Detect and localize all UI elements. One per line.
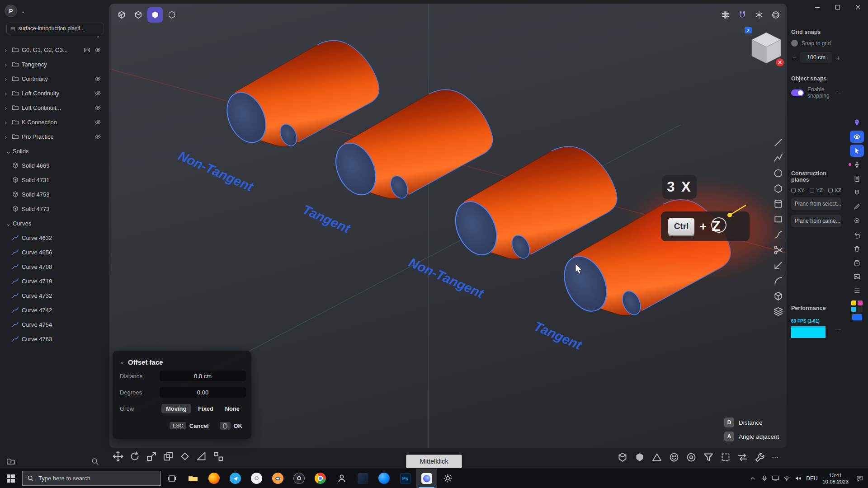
solid-shape[interactable] xyxy=(220,41,379,149)
dimension-tool-icon[interactable] xyxy=(773,260,783,271)
visibility-cell[interactable] xyxy=(846,130,868,144)
browser-blue-icon[interactable] xyxy=(373,469,395,488)
obs-icon[interactable] xyxy=(288,469,310,488)
people-icon[interactable] xyxy=(331,469,352,488)
chevron-right-icon[interactable]: › xyxy=(5,133,9,140)
performance-more-icon[interactable]: ⋯ xyxy=(835,326,841,333)
rendered-mode-button[interactable] xyxy=(147,7,163,23)
sidebar-group-loft-continuity-2[interactable]: › Loft Continuit... xyxy=(0,100,108,115)
new-folder-icon[interactable] xyxy=(6,457,15,466)
language-indicator[interactable]: DEU xyxy=(804,475,820,482)
blender-icon[interactable] xyxy=(267,469,288,488)
microphone-icon[interactable] xyxy=(759,469,770,488)
chevron-right-icon[interactable]: › xyxy=(5,90,9,97)
plane-from-camera-button[interactable]: Plane from came... xyxy=(791,215,841,227)
curve-item[interactable]: Curve 4742 xyxy=(0,303,108,317)
solid-shape[interactable] xyxy=(448,146,617,261)
magnet-cell[interactable] xyxy=(846,186,868,200)
solid-item[interactable]: Solid 4753 xyxy=(0,187,108,202)
chevron-down-icon[interactable]: ⌄ xyxy=(21,8,26,14)
grow-option-moving[interactable]: Moving xyxy=(161,404,191,413)
chevron-down-icon[interactable]: ⌄ xyxy=(120,359,124,365)
pencil-cell[interactable] xyxy=(846,200,868,214)
eye-slash-icon[interactable] xyxy=(94,90,101,97)
solid-box-icon[interactable] xyxy=(634,452,645,463)
move-tool-icon[interactable] xyxy=(113,451,123,462)
chevron-right-icon[interactable]: › xyxy=(5,75,9,82)
swatch-magenta[interactable] xyxy=(858,300,863,305)
loft-tool-icon[interactable] xyxy=(773,306,783,317)
spline-tool-icon[interactable] xyxy=(773,230,783,240)
degrees-input[interactable]: 0.00 xyxy=(160,387,246,398)
curve-item[interactable]: Curve 4763 xyxy=(0,332,108,346)
xray-mode-button[interactable] xyxy=(164,7,179,23)
curves-section-header[interactable]: ⌄ Curves xyxy=(0,216,108,230)
chevron-right-icon[interactable]: › xyxy=(5,104,9,111)
curve-item[interactable]: Curve 4632 xyxy=(0,230,108,245)
solid-item[interactable]: Solid 4773 xyxy=(0,202,108,216)
list-cell[interactable] xyxy=(846,284,868,298)
trim-tool-icon[interactable] xyxy=(773,245,783,255)
arc-tool-icon[interactable] xyxy=(773,276,783,286)
select-cell[interactable] xyxy=(846,144,868,158)
swatch-cyan[interactable] xyxy=(851,307,856,312)
tray-chevron-icon[interactable] xyxy=(747,469,759,488)
app-logo[interactable]: P xyxy=(5,5,17,17)
cancel-button[interactable]: ESC Cancel xyxy=(170,422,208,429)
line-tool-icon[interactable] xyxy=(773,137,783,148)
rectangle-tool-icon[interactable] xyxy=(773,214,783,225)
delete-cell[interactable] xyxy=(846,242,868,256)
sidebar-group-continuity[interactable]: › Continuity xyxy=(0,71,108,86)
start-button[interactable] xyxy=(0,469,22,488)
render-settings-button[interactable] xyxy=(751,7,767,23)
solid-item[interactable]: Solid 4669 xyxy=(0,158,108,173)
curve-item[interactable]: Curve 4732 xyxy=(0,288,108,303)
snap-pivot-icon[interactable] xyxy=(179,451,190,462)
polygon-tool-icon[interactable] xyxy=(773,183,783,194)
grid-snap-toggle[interactable] xyxy=(791,40,798,47)
chevron-down-icon[interactable]: ⌄ xyxy=(5,148,10,155)
swap-icon[interactable] xyxy=(737,452,748,463)
file-name-box[interactable]: ▤ surface-introduction.plasti... xyxy=(6,23,104,34)
sidebar-group-loft-continuity[interactable]: › Loft Continuity xyxy=(0,86,108,100)
volume-icon[interactable] xyxy=(793,469,804,488)
chevron-right-icon[interactable]: › xyxy=(5,47,9,53)
scale-tool-icon[interactable] xyxy=(146,451,157,462)
pen-cell[interactable] xyxy=(846,158,868,172)
wedge-icon[interactable] xyxy=(651,452,662,463)
settings-gear-icon[interactable] xyxy=(437,469,458,488)
solid-item[interactable]: Solid 4731 xyxy=(0,173,108,187)
swatch-yellow[interactable] xyxy=(851,300,856,305)
grow-option-fixed[interactable]: Fixed xyxy=(193,404,218,413)
grid-size-decrease-button[interactable]: − xyxy=(791,54,797,61)
pin-cell[interactable] xyxy=(846,116,868,130)
photoshop-icon[interactable]: Ps xyxy=(395,469,416,488)
curve-item[interactable]: Curve 4754 xyxy=(0,317,108,332)
view-cube[interactable]: z xyxy=(744,26,789,71)
image-cell[interactable] xyxy=(846,270,868,284)
eye-slash-icon[interactable] xyxy=(94,47,101,53)
wireframe-mode-button[interactable] xyxy=(114,7,129,23)
shell-icon[interactable] xyxy=(617,452,628,463)
ok-button[interactable]: OK xyxy=(220,422,243,430)
sidebar-group-tangency[interactable]: › Tangency xyxy=(0,57,108,71)
grow-option-none[interactable]: None xyxy=(221,404,245,413)
torus-icon[interactable] xyxy=(686,452,697,463)
swatch-blue[interactable] xyxy=(852,314,862,320)
target-cell[interactable] xyxy=(846,214,868,228)
frame-icon[interactable] xyxy=(720,452,731,463)
curve-item[interactable]: Curve 4656 xyxy=(0,245,108,259)
minimize-button[interactable] xyxy=(807,0,827,14)
eye-slash-icon[interactable] xyxy=(94,104,101,111)
section-icon[interactable] xyxy=(84,47,90,53)
circle-tool-icon[interactable] xyxy=(773,168,783,178)
measure-tool-icon[interactable] xyxy=(196,451,207,462)
curve-item[interactable]: Curve 4708 xyxy=(0,259,108,274)
duplicate-tool-icon[interactable] xyxy=(163,451,174,462)
media-player-icon[interactable] xyxy=(246,469,267,488)
eye-slash-icon[interactable] xyxy=(94,75,101,82)
chrome-icon[interactable] xyxy=(310,469,331,488)
file-explorer-icon[interactable] xyxy=(182,469,203,488)
close-button[interactable] xyxy=(848,0,868,14)
search-icon[interactable] xyxy=(90,457,99,466)
